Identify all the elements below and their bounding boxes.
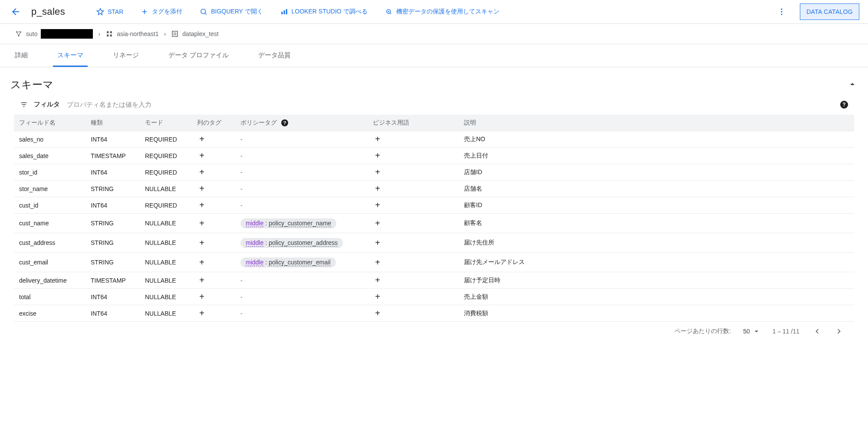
scan-sdp-button[interactable]: 機密データの保護を使用してスキャン	[381, 4, 503, 19]
cell-mode: REQUIRED	[145, 152, 197, 159]
tab-data-profile[interactable]: データ プロファイル	[164, 44, 233, 67]
policy-tag-chip[interactable]: middle : policy_customer_email	[240, 257, 336, 267]
add-business-term-button[interactable]: +	[373, 292, 382, 302]
collapse-button[interactable]	[847, 79, 858, 91]
cell-mode: NULLABLE	[145, 310, 197, 317]
col-header-biz: ビジネス用語	[373, 119, 464, 127]
page-title: p_sales	[31, 6, 65, 17]
star-button[interactable]: STAR	[93, 4, 127, 19]
cell-policy-tag: -	[240, 277, 373, 284]
looker-studio-button[interactable]: LOOKER STUDIO で調べる	[277, 4, 371, 19]
cell-description: 売上NO	[464, 135, 849, 143]
policy-help-icon[interactable]: ?	[281, 119, 288, 126]
region-icon	[105, 30, 113, 38]
back-button[interactable]	[10, 7, 21, 17]
cell-policy-tag: -	[240, 294, 373, 300]
policy-name: policy_customer_name	[269, 220, 331, 227]
cell-type: TIMESTAMP	[91, 277, 145, 284]
breadcrumb: suto › asia-northeast1 › dataplex_test	[0, 24, 868, 44]
add-column-tag-button[interactable]: +	[197, 184, 207, 194]
cell-field-name: stor_id	[19, 169, 91, 176]
add-column-tag-button[interactable]: +	[197, 292, 207, 302]
cell-mode: NULLABLE	[145, 239, 197, 246]
add-business-term-button[interactable]: +	[373, 151, 382, 161]
more-menu-button[interactable]	[774, 4, 789, 20]
cell-type: STRING	[91, 185, 145, 192]
policy-level: middle	[246, 239, 263, 247]
svg-rect-19	[174, 34, 174, 35]
cell-policy-tag: -	[240, 136, 373, 143]
svg-rect-20	[175, 34, 176, 35]
col-header-type: 種類	[91, 119, 145, 127]
cell-type: INT64	[91, 294, 145, 300]
tab-schema[interactable]: スキーマ	[53, 44, 88, 67]
col-header-desc: 説明	[464, 119, 849, 127]
chevron-up-icon	[847, 79, 858, 89]
table-row: cust_idINT64REQUIRED+-+顧客ID	[14, 197, 854, 214]
cell-mode: NULLABLE	[145, 277, 197, 284]
data-catalog-button[interactable]: DATA CATALOG	[800, 3, 859, 20]
svg-point-0	[201, 9, 206, 14]
add-column-tag-button[interactable]: +	[197, 168, 207, 177]
svg-rect-15	[110, 35, 112, 37]
cell-column-tag: +	[197, 309, 240, 318]
filter-input[interactable]	[66, 100, 834, 109]
breadcrumb-region[interactable]: asia-northeast1	[105, 30, 159, 38]
cell-policy-tag: -	[240, 310, 373, 317]
svg-rect-18	[175, 33, 176, 33]
add-business-term-button[interactable]: +	[373, 135, 382, 144]
add-tag-button[interactable]: タグを添付	[137, 4, 186, 19]
bigquery-icon	[200, 8, 207, 16]
cell-field-name: sales_date	[19, 152, 91, 159]
policy-empty: -	[240, 277, 243, 284]
tab-detail[interactable]: 詳細	[10, 44, 32, 67]
cell-business-term: +	[373, 135, 464, 144]
cell-mode: REQUIRED	[145, 169, 197, 176]
tab-lineage[interactable]: リネージ	[108, 44, 143, 67]
open-bq-label: BIGQUERY で開く	[211, 8, 263, 16]
svg-point-8	[781, 13, 783, 15]
add-column-tag-button[interactable]: +	[197, 238, 207, 247]
add-column-tag-button[interactable]: +	[197, 201, 207, 210]
add-column-tag-button[interactable]: +	[197, 218, 207, 228]
cell-field-name: delivery_datetime	[19, 277, 91, 284]
add-business-term-button[interactable]: +	[373, 257, 382, 267]
add-column-tag-button[interactable]: +	[197, 309, 207, 318]
cell-business-term: +	[373, 201, 464, 210]
add-column-tag-button[interactable]: +	[197, 257, 207, 267]
add-column-tag-button[interactable]: +	[197, 135, 207, 144]
next-page-button[interactable]	[834, 326, 845, 336]
cell-field-name: total	[19, 294, 91, 300]
col-header-coltag: 列のタグ	[197, 119, 240, 127]
breadcrumb-dataset[interactable]: dataplex_test	[171, 30, 218, 38]
add-business-term-button[interactable]: +	[373, 309, 382, 318]
breadcrumb-project[interactable]: suto	[15, 29, 93, 39]
rows-per-page-select[interactable]: 50	[743, 327, 760, 335]
add-business-term-button[interactable]: +	[373, 276, 382, 285]
policy-tag-chip[interactable]: middle : policy_customer_name	[240, 218, 336, 228]
add-business-term-button[interactable]: +	[373, 218, 382, 228]
add-column-tag-button[interactable]: +	[197, 276, 207, 285]
cell-business-term: +	[373, 151, 464, 161]
add-business-term-button[interactable]: +	[373, 184, 382, 194]
add-business-term-button[interactable]: +	[373, 238, 382, 247]
policy-tag-chip[interactable]: middle : policy_customer_address	[240, 238, 343, 248]
prev-page-button[interactable]	[812, 326, 822, 336]
tab-data-quality[interactable]: データ品質	[254, 44, 295, 67]
open-bigquery-button[interactable]: BIGQUERY で開く	[196, 4, 266, 19]
cell-field-name: sales_no	[19, 136, 91, 143]
cell-mode: NULLABLE	[145, 259, 197, 266]
policy-level: middle	[246, 259, 263, 266]
add-business-term-button[interactable]: +	[373, 201, 382, 210]
cell-mode: NULLABLE	[145, 185, 197, 192]
svg-rect-3	[286, 9, 287, 14]
svg-rect-12	[107, 31, 109, 33]
add-business-term-button[interactable]: +	[373, 168, 382, 177]
policy-empty: -	[240, 202, 243, 209]
add-column-tag-button[interactable]: +	[197, 151, 207, 161]
cell-policy-tag: -	[240, 169, 373, 176]
cell-business-term: +	[373, 309, 464, 318]
cell-column-tag: +	[197, 201, 240, 210]
table-row: exciseINT64NULLABLE+-+消費税額	[14, 305, 854, 322]
filter-help-button[interactable]: ?	[840, 101, 848, 109]
